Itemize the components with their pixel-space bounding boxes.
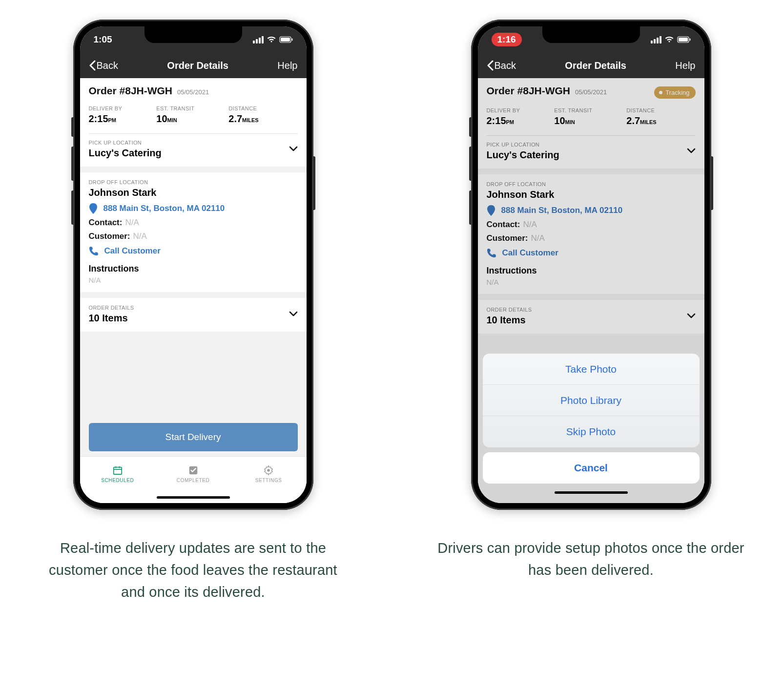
dropoff-card: DROP OFF LOCATION Johnson Stark 888 Main… — [80, 172, 307, 292]
transit-metric: EST. TRANSIT 10MIN — [156, 105, 194, 125]
pickup-name: Lucy's Catering — [89, 147, 162, 159]
start-delivery-button[interactable]: Start Delivery — [89, 423, 298, 451]
chevron-down-icon[interactable] — [289, 145, 298, 154]
svg-rect-2 — [291, 39, 292, 41]
page-title: Order Details — [167, 60, 228, 71]
caption-right: Drivers can provide setup photos once th… — [436, 537, 746, 581]
gear-icon — [263, 465, 274, 476]
wifi-icon — [664, 36, 674, 43]
phone-icon — [89, 246, 99, 256]
chevron-down-icon[interactable] — [289, 310, 298, 319]
call-customer-link[interactable]: Call Customer — [89, 246, 298, 256]
order-items-count: 10 Items — [89, 313, 134, 324]
action-sheet: Take Photo Photo Library Skip Photo Canc… — [478, 26, 704, 503]
nav-bar: Back Order Details Help — [80, 53, 307, 78]
chevron-left-icon — [89, 60, 96, 71]
phone-mockup-right: 1:16 Back Order Details Help Order #8JH-… — [471, 20, 711, 510]
pickup-row[interactable]: PICK UP LOCATION Lucy's Catering — [89, 140, 298, 159]
calendar-icon — [112, 465, 123, 476]
order-id: Order #8JH-WGH — [89, 85, 173, 97]
tab-settings[interactable]: SETTINGS — [231, 457, 307, 491]
instructions-heading: Instructions — [89, 264, 298, 274]
order-date: 05/05/2021 — [177, 88, 209, 96]
help-button[interactable]: Help — [277, 60, 297, 71]
svg-point-5 — [267, 469, 270, 472]
svg-rect-8 — [689, 39, 690, 41]
tab-bar: SCHEDULED COMPLETED SETTINGS — [80, 456, 307, 491]
instructions-value: N/A — [89, 276, 298, 284]
tab-scheduled[interactable]: SCHEDULED — [80, 457, 156, 491]
wifi-icon — [267, 36, 276, 43]
signal-icon — [253, 36, 264, 43]
home-indicator[interactable] — [80, 491, 307, 503]
battery-icon — [279, 36, 293, 43]
caption-left: Real-time delivery updates are sent to t… — [38, 537, 348, 603]
order-details-card: ORDER DETAILS 10 Items — [80, 298, 307, 332]
phone-notch — [542, 26, 640, 43]
distance-metric: DISTANCE 2.7MILES — [228, 105, 258, 125]
deliver-by-metric: DELIVER BY 2:15PM — [89, 105, 123, 125]
dropoff-name: Johnson Stark — [89, 187, 298, 198]
map-pin-icon — [89, 203, 98, 214]
battery-icon — [677, 36, 691, 43]
signal-icon — [651, 36, 661, 43]
svg-rect-1 — [281, 38, 290, 42]
phone-mockup-left: 1:05 Back Order Details Help Order #8JH-… — [73, 20, 313, 510]
order-details-row[interactable]: ORDER DETAILS 10 Items — [89, 305, 298, 324]
status-time: 1:05 — [94, 34, 112, 45]
tab-completed[interactable]: COMPLETED — [155, 457, 231, 491]
status-time: 1:16 — [492, 33, 522, 46]
phone-notch — [144, 26, 242, 43]
check-box-icon — [188, 465, 199, 476]
svg-rect-7 — [679, 38, 688, 42]
svg-rect-3 — [114, 467, 122, 475]
address-link[interactable]: 888 Main St, Boston, MA 02110 — [89, 203, 298, 214]
back-button[interactable]: Back — [89, 60, 118, 71]
order-summary-card: Order #8JH-WGH 05/05/2021 DELIVER BY 2:1… — [80, 78, 307, 167]
